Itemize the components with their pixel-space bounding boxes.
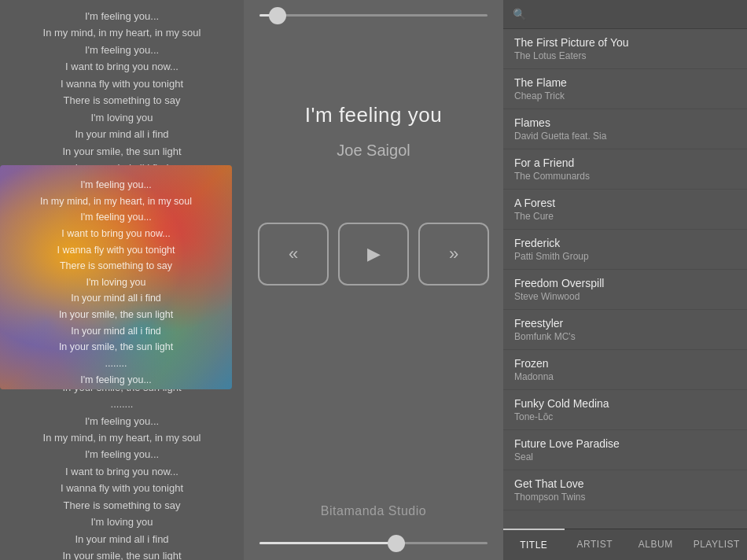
list-item[interactable]: Flames David Guetta feat. Sia	[503, 109, 747, 149]
list-item[interactable]: The Flame Cheap Trick	[503, 69, 747, 109]
song-item-title: The First Picture of You	[514, 36, 736, 49]
list-item[interactable]: Freestyler Bomfunk MC's	[503, 310, 747, 350]
song-item-title: Freedom Overspill	[514, 277, 736, 289]
progress-thumb-top[interactable]	[269, 7, 286, 24]
song-item-artist: The Cure	[514, 211, 736, 222]
list-item[interactable]: Get That Love Thompson Twins	[503, 470, 747, 510]
song-item-title: Funky Cold Medina	[514, 397, 736, 410]
progress-thumb-bottom[interactable]	[388, 535, 405, 552]
song-item-artist: Tone-Lōc	[514, 411, 736, 422]
tab-artist[interactable]: ARTIST	[565, 529, 626, 560]
next-next-button[interactable]: »	[418, 223, 489, 286]
player-panel: I'm feeling you Joe Saigol « ▶ » Bitaman…	[244, 0, 503, 560]
song-item-title: Frederick	[514, 237, 736, 249]
progress-fill-bottom	[259, 542, 396, 544]
progress-track-bottom[interactable]	[259, 542, 488, 544]
song-list: The First Picture of You The Lotus Eater…	[503, 29, 747, 529]
tab-title[interactable]: TITLE	[503, 529, 565, 560]
song-item-artist: Patti Smith Group	[514, 251, 736, 262]
song-item-artist: David Guetta feat. Sia	[514, 131, 736, 142]
list-item[interactable]: Freedom Overspill Steve Winwood	[503, 270, 747, 310]
list-item[interactable]: The First Picture of You The Lotus Eater…	[503, 29, 747, 69]
tab-playlist[interactable]: PLAYLIST	[686, 529, 748, 560]
song-artist: Joe Saigol	[337, 142, 410, 160]
song-item-artist: The Communards	[514, 171, 736, 182]
song-item-artist: Thompson Twins	[514, 492, 736, 503]
studio-label: Bitamanda Studio	[321, 504, 426, 518]
tab-album[interactable]: ALBUM	[625, 529, 686, 560]
search-input[interactable]	[532, 9, 738, 20]
song-item-artist: Seal	[514, 451, 736, 462]
search-icon: 🔍	[513, 8, 526, 20]
list-item[interactable]: Future Love Paradise Seal	[503, 430, 747, 470]
list-panel: 🔍 The First Picture of You The Lotus Eat…	[503, 0, 747, 560]
play-button[interactable]: ▶	[338, 223, 409, 286]
search-bar[interactable]: 🔍	[503, 0, 747, 29]
song-item-title: Freestyler	[514, 317, 736, 330]
song-item-title: Get That Love	[514, 477, 736, 490]
song-item-title: A Forest	[514, 197, 736, 209]
song-item-artist: Steve Winwood	[514, 291, 736, 302]
prev-prev-button[interactable]: «	[258, 223, 329, 286]
song-item-artist: Madonna	[514, 371, 736, 382]
lyrics-panel: I'm feeling you...In my mind, in my hear…	[0, 0, 244, 560]
song-item-artist: The Lotus Eaters	[514, 50, 736, 61]
song-item-title: Frozen	[514, 357, 736, 370]
list-item[interactable]: For a Friend The Communards	[503, 149, 747, 190]
progress-track-top[interactable]	[259, 14, 488, 17]
progress-bar-top[interactable]	[244, 14, 503, 17]
list-item[interactable]: Frozen Madonna	[503, 350, 747, 390]
progress-bar-bottom[interactable]	[244, 542, 503, 544]
song-item-title: Future Love Paradise	[514, 437, 736, 450]
album-art-lyrics: I'm feeling you...In my mind, in my hear…	[0, 165, 232, 389]
album-art: I'm feeling you...In my mind, in my hear…	[0, 165, 232, 389]
list-item[interactable]: Frederick Patti Smith Group	[503, 230, 747, 270]
list-footer: TITLEARTISTALBUMPLAYLIST	[503, 529, 747, 560]
player-controls: « ▶ »	[258, 223, 489, 286]
song-item-title: For a Friend	[514, 157, 736, 169]
song-item-artist: Bomfunk MC's	[514, 331, 736, 342]
song-item-title: Flames	[514, 116, 736, 129]
song-item-artist: Cheap Trick	[514, 90, 736, 101]
list-item[interactable]: Funky Cold Medina Tone-Lōc	[503, 390, 747, 430]
song-item-title: The Flame	[514, 76, 736, 89]
song-title: I'm feeling you	[305, 103, 442, 127]
list-item[interactable]: A Forest The Cure	[503, 190, 747, 230]
